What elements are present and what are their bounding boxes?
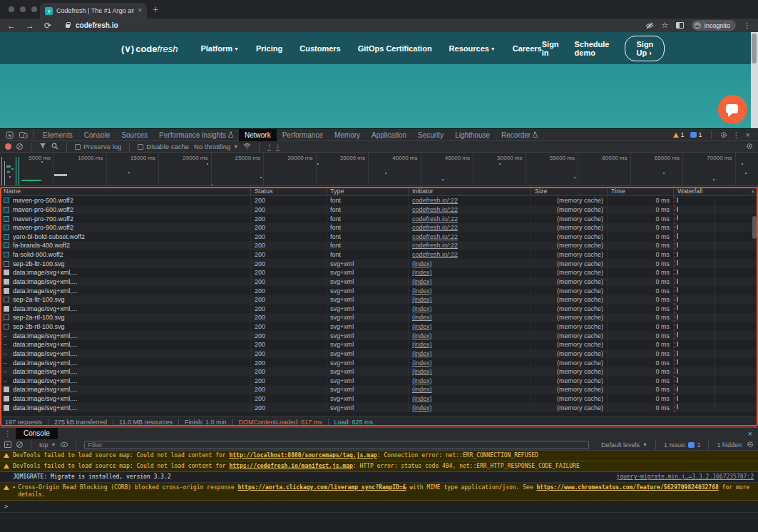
initiator-link[interactable]: (index) (412, 296, 432, 303)
nav-item-pricing[interactable]: Pricing (256, 44, 282, 53)
initiator-link[interactable]: (index) (412, 305, 432, 312)
nav-item-customers[interactable]: Customers (299, 44, 340, 53)
console-prompt[interactable]: > (0, 501, 758, 513)
devtools-tab-memory[interactable]: Memory (329, 129, 366, 141)
tab-close-icon[interactable]: × (138, 7, 142, 14)
devtools-tab-elements[interactable]: Elements (37, 129, 78, 141)
network-request-row[interactable]: –data:image/svg+xml,...200svg+xml(index)… (0, 331, 758, 340)
initiator-link[interactable]: codefresh.io/:22 (412, 224, 458, 231)
network-request-row[interactable]: –data:image/svg+xml,...200svg+xml(index)… (0, 358, 758, 367)
nav-item-gitops-certification[interactable]: GitOps Certification (358, 44, 432, 53)
column-header-status[interactable]: Status (251, 186, 327, 195)
devtools-tab-recorder[interactable]: Recorder (496, 129, 543, 141)
initiator-link[interactable]: (index) (412, 269, 432, 276)
network-request-row[interactable]: maven-pro-900.woff2200fontcodefresh.io/:… (0, 223, 758, 232)
devtools-tab-performance-insights[interactable]: Performance insights (153, 129, 239, 141)
initiator-link[interactable]: (index) (412, 404, 432, 411)
export-har-icon[interactable]: ↓ (276, 143, 280, 150)
network-request-row[interactable]: data:image/svg+xml,...200svg+xml(index)(… (0, 305, 758, 314)
checkbox-icon[interactable] (138, 144, 143, 150)
nav-item-platform[interactable]: Platform ▼ (200, 44, 239, 53)
column-header-initiator[interactable]: Initiator (409, 186, 531, 195)
eye-off-icon[interactable] (645, 22, 654, 29)
devtools-tab-lighthouse[interactable]: Lighthouse (449, 129, 496, 141)
preserve-log-checkbox[interactable]: Preserve log (75, 143, 121, 150)
network-request-row[interactable]: sep-2a-rtl-100.svg200svg+xml(index)(memo… (0, 313, 758, 322)
sign-in-link[interactable]: Sign in (542, 40, 559, 57)
console-settings-icon[interactable] (747, 441, 754, 449)
window-minimize-button[interactable] (20, 6, 26, 12)
import-har-icon[interactable]: ↑ (267, 143, 271, 150)
browser-tab[interactable]: ∨ Codefresh | The #1 Argo and G × (40, 3, 147, 19)
initiator-link[interactable]: (index) (412, 350, 432, 357)
console-clear-icon[interactable] (16, 441, 23, 448)
inspect-element-icon[interactable] (6, 131, 14, 139)
url-text[interactable]: codefresh.io (76, 21, 118, 29)
initiator-link[interactable]: (index) (412, 287, 432, 295)
sign-up-button[interactable]: Sign Up › (625, 36, 665, 61)
throttling-select[interactable]: No throttling▼ (194, 143, 238, 150)
network-conditions-icon[interactable] (243, 143, 251, 150)
network-request-row[interactable]: data:image/svg+xml,...200svg+xml(index)(… (0, 286, 758, 295)
network-request-row[interactable]: maven-pro-600.woff2200fontcodefresh.io/:… (0, 205, 758, 215)
page-scrollbar[interactable] (751, 32, 758, 128)
window-maximize-button[interactable] (31, 6, 37, 12)
network-request-row[interactable]: data:image/svg+xml,...200svg+xml(index)(… (0, 394, 758, 404)
column-header-type[interactable]: Type (327, 186, 409, 195)
devtools-tab-performance[interactable]: Performance (277, 129, 329, 141)
initiator-link[interactable]: (index) (412, 377, 432, 384)
column-header-name[interactable]: Name (0, 186, 251, 195)
initiator-link[interactable]: (index) (412, 386, 432, 393)
window-close-button[interactable] (9, 6, 14, 12)
console-link[interactable]: http://localhost:8080/sourcemaps/tag.js.… (229, 452, 377, 459)
record-icon[interactable] (5, 143, 11, 150)
nav-item-resources[interactable]: Resources ▼ (449, 44, 496, 53)
initiator-link[interactable]: (index) (412, 341, 432, 348)
column-header-time[interactable]: Time (608, 186, 674, 195)
schedule-demo-link[interactable]: Schedule demo (575, 40, 610, 57)
reload-icon[interactable]: ⟳ (44, 21, 51, 30)
initiator-link[interactable]: (index) (412, 278, 432, 285)
forward-icon[interactable]: → (26, 21, 34, 30)
devtools-close-icon[interactable]: × (746, 131, 750, 139)
devtools-tab-security[interactable]: Security (412, 129, 449, 141)
drawer-close-icon[interactable]: × (748, 429, 758, 438)
browser-menu-icon[interactable]: ⋮ (744, 21, 751, 29)
console-link[interactable]: https://www.chromestatus.com/feature/562… (537, 484, 719, 491)
initiator-link[interactable]: (index) (412, 395, 432, 402)
network-request-row[interactable]: –data:image/svg+xml,...200svg+xml(index)… (0, 367, 758, 377)
drawer-menu-icon[interactable]: ⋮ (0, 430, 16, 438)
device-toolbar-icon[interactable] (19, 131, 28, 138)
devtools-tab-sources[interactable]: Sources (116, 129, 153, 141)
console-link[interactable]: https://codefresh.io/manifest.js.map (229, 463, 352, 469)
network-request-row[interactable]: sep-2b-ltr-100.svg200svg+xml(index)(memo… (0, 259, 758, 268)
network-request-row[interactable]: data:image/svg+xml,...200svg+xml(index)(… (0, 403, 758, 412)
initiator-link[interactable]: (index) (412, 368, 432, 375)
clear-icon[interactable] (16, 143, 23, 150)
log-levels-select[interactable]: Default levels▼ (601, 441, 647, 449)
disable-cache-checkbox[interactable]: Disable cache (138, 143, 189, 150)
new-tab-button[interactable]: + (153, 4, 158, 15)
live-expression-icon[interactable] (61, 442, 68, 447)
initiator-link[interactable]: codefresh.io/:22 (412, 197, 458, 204)
source-location-link[interactable]: jquery-migrate.min.j…=3.3.2.1667235787:2 (608, 474, 754, 481)
lock-icon[interactable] (66, 24, 70, 28)
context-select[interactable]: top▼ (39, 441, 56, 449)
network-request-row[interactable]: data:image/svg+xml,...200svg+xml(index)(… (0, 277, 758, 287)
console-issues-badge[interactable]: 1 Issue:1 (664, 441, 701, 449)
issues-badge[interactable]: 1 (690, 131, 702, 138)
network-settings-icon[interactable] (746, 143, 753, 151)
initiator-link[interactable]: codefresh.io/:22 (412, 215, 458, 222)
console-filter-input[interactable] (84, 441, 588, 449)
window-controls[interactable] (9, 6, 37, 12)
initiator-link[interactable]: (index) (412, 314, 432, 321)
network-request-row[interactable]: –data:image/svg+xml,...200svg+xml(index)… (0, 349, 758, 359)
drawer-tab-console[interactable]: Console (16, 428, 58, 439)
bookmark-star-icon[interactable]: ☆ (662, 21, 669, 29)
timeline-overview[interactable]: 5000 ms10000 ms15000 ms20000 ms25000 ms3… (0, 153, 758, 186)
network-request-row[interactable]: maven-pro-500.woff2200fontcodefresh.io/:… (0, 196, 758, 205)
initiator-link[interactable]: codefresh.io/:22 (412, 251, 458, 258)
devtools-tab-network[interactable]: Network (239, 129, 277, 141)
network-request-row[interactable]: –data:image/svg+xml,...200svg+xml(index)… (0, 377, 758, 386)
checkbox-icon[interactable] (75, 144, 81, 150)
